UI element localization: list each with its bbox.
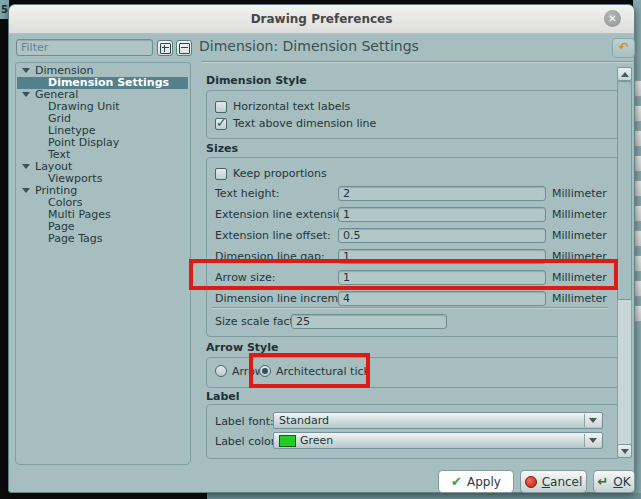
dropdown-arrow-icon[interactable]	[584, 414, 601, 427]
filter-input[interactable]	[16, 39, 153, 56]
expand-arrow-icon[interactable]	[22, 164, 30, 169]
text-height-input[interactable]	[338, 186, 546, 201]
tree-item-drawing-unit[interactable]: Drawing Unit	[17, 101, 188, 113]
dimension-style-group	[206, 90, 620, 139]
label-color-select[interactable]: Green	[273, 432, 603, 449]
tree-item-layout[interactable]: Layout	[17, 161, 188, 173]
field-label: Label color:	[215, 434, 279, 449]
background-toolbar-button	[634, 105, 641, 122]
drawing-preferences-dialog: Drawing Preferences ✕ Dimension: Dimensi…	[8, 4, 635, 493]
keep-proportions-checkbox[interactable]	[215, 168, 227, 180]
unit-label: Millimeter	[552, 249, 607, 264]
title-bar[interactable]: Drawing Preferences ✕	[9, 5, 634, 34]
sizes-separator	[212, 307, 608, 309]
expand-arrow-icon[interactable]	[22, 92, 30, 97]
screen: 5 Drawing Preferences ✕ Dimension: Dimen…	[0, 0, 641, 499]
background-toolbar-button	[634, 280, 641, 297]
field-label: Label font:	[215, 414, 274, 429]
close-icon[interactable]: ✕	[604, 10, 621, 27]
enter-arrow-icon: ↵	[597, 475, 608, 488]
collapse-all-button[interactable]	[176, 40, 192, 56]
green-color-swatch	[279, 435, 296, 447]
dropdown-arrow-icon[interactable]	[584, 434, 601, 447]
settings-tree: Dimension Dimension Settings General Dra…	[15, 62, 191, 465]
dimension-line-increment-input[interactable]	[338, 291, 546, 306]
tree-item-page-tags[interactable]: Page Tags	[17, 233, 188, 245]
arrow-up-icon	[621, 72, 629, 77]
background-toolbar-button	[634, 205, 641, 222]
background-toolbar-button	[634, 180, 641, 197]
radio-label: Architectural tick	[276, 364, 370, 379]
text-above-dimension-line-checkbox[interactable]	[215, 118, 227, 130]
expand-arrow-icon[interactable]	[22, 68, 30, 73]
scrollbar-thumb[interactable]	[617, 81, 632, 300]
tree-item-point-display[interactable]: Point Display	[17, 137, 188, 149]
size-scale-factor-input[interactable]	[291, 314, 447, 329]
arrow-radio[interactable]	[215, 365, 227, 377]
field-label: Arrow size:	[215, 270, 275, 285]
tree-item-multi-pages[interactable]: Multi Pages	[17, 209, 188, 221]
unit-label: Millimeter	[552, 291, 607, 306]
arrow-down-icon	[621, 449, 629, 454]
dialog-title: Drawing Preferences	[9, 5, 634, 33]
selected-font: Standard	[279, 414, 329, 427]
background-toolbar-button	[634, 230, 641, 247]
undo-icon: ↶	[618, 40, 628, 54]
tree-item-printing[interactable]: Printing	[17, 185, 188, 197]
cancel-button-label: Cancel	[542, 475, 583, 489]
architectural-tick-radio[interactable]	[259, 365, 271, 377]
cancel-button[interactable]: Cancel	[520, 470, 587, 493]
background-toolbar-button	[634, 130, 641, 147]
field-label: Extension line extension:	[215, 207, 353, 222]
minus-box-icon	[179, 43, 190, 54]
background-toolbar-button	[634, 80, 641, 97]
checkbox-label: Horizontal text labels	[233, 99, 350, 114]
extension-line-offset-input[interactable]	[338, 228, 546, 243]
unit-label: Millimeter	[552, 186, 607, 201]
tree-item-label: Page Tags	[48, 233, 102, 245]
plus-box-icon	[160, 43, 171, 54]
checkbox-label: Text above dimension line	[233, 116, 376, 131]
cancel-icon	[525, 476, 537, 488]
ok-button-label: OK	[613, 475, 630, 489]
field-label: Text height:	[215, 186, 280, 201]
unit-label: Millimeter	[552, 228, 607, 243]
apply-button[interactable]: ✔ Apply	[438, 470, 514, 493]
arrow-size-input[interactable]	[338, 270, 546, 285]
horizontal-text-labels-checkbox[interactable]	[215, 101, 227, 113]
label-font-select[interactable]: Standard	[273, 412, 603, 429]
tree-item-grid[interactable]: Grid	[17, 113, 188, 125]
scroll-down-button[interactable]	[617, 444, 632, 458]
apply-button-label: Apply	[467, 475, 501, 489]
section-title-label: Label	[206, 390, 240, 403]
header-separator	[201, 61, 633, 63]
checkbox-label: Keep proportions	[233, 166, 327, 181]
section-title-sizes: Sizes	[206, 142, 238, 155]
background-toolbar-button	[634, 305, 641, 322]
background-toolbar-button	[634, 255, 641, 272]
section-title-arrow-style: Arrow Style	[206, 341, 279, 354]
section-title-dimension-style: Dimension Style	[206, 74, 307, 87]
field-label: Dimension line gap:	[215, 249, 325, 264]
ok-button[interactable]: ↵ OK	[593, 470, 635, 493]
sizes-group	[206, 157, 620, 337]
unit-label: Millimeter	[552, 270, 607, 285]
dimension-line-gap-input[interactable]	[338, 249, 546, 264]
scroll-up-button[interactable]	[617, 67, 632, 81]
restore-defaults-button[interactable]: ↶	[612, 38, 635, 58]
tree-item-page[interactable]: Page	[17, 221, 188, 233]
field-label: Extension line offset:	[215, 228, 331, 243]
extension-line-extension-input[interactable]	[338, 207, 546, 222]
selected-color: Green	[300, 434, 333, 447]
unit-label: Millimeter	[552, 207, 607, 222]
page-title: Dimension: Dimension Settings	[199, 38, 419, 54]
background-toolbar-button	[634, 155, 641, 172]
check-icon: ✔	[451, 475, 462, 488]
background-statusbar	[207, 493, 641, 499]
expand-all-button[interactable]	[157, 40, 173, 56]
expand-arrow-icon[interactable]	[22, 188, 30, 193]
